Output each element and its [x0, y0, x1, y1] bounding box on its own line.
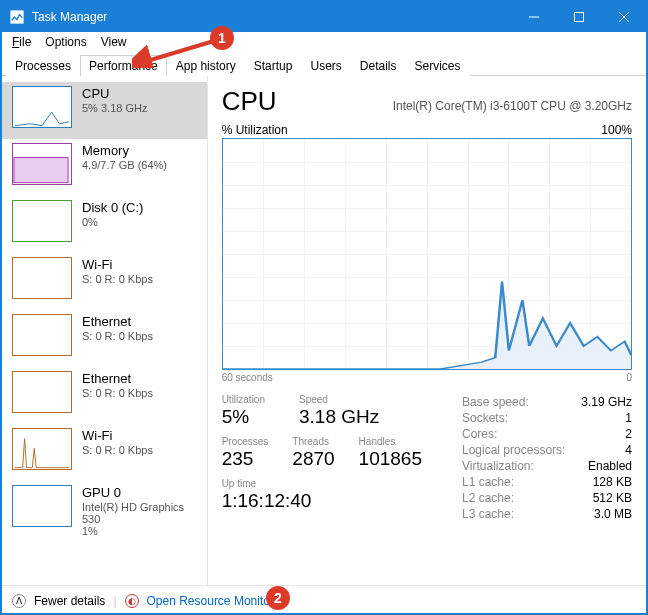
- open-resource-monitor-link[interactable]: Open Resource Monitor: [147, 594, 274, 608]
- menu-file[interactable]: File: [6, 33, 37, 51]
- sidebar-item-ethernet[interactable]: EthernetS: 0 R: 0 Kbps: [2, 310, 207, 367]
- menubar: File Options View: [2, 32, 646, 52]
- cpu-model: Intel(R) Core(TM) i3-6100T CPU @ 3.20GHz: [393, 99, 632, 113]
- cpu-graph[interactable]: [222, 138, 632, 370]
- graph-ylabel: % Utilization: [222, 123, 288, 137]
- annotation-arrow: [132, 38, 222, 68]
- sidebar-item-cpu[interactable]: CPU5% 3.18 GHz: [2, 82, 207, 139]
- sidebar-item-gpu-0[interactable]: GPU 0Intel(R) HD Graphics 5301%: [2, 481, 207, 538]
- tab-users[interactable]: Users: [301, 55, 350, 76]
- sidebar-item-ethernet[interactable]: EthernetS: 0 R: 0 Kbps: [2, 367, 207, 424]
- sidebar-item-memory[interactable]: Memory4.9/7.7 GB (64%): [2, 139, 207, 196]
- content: CPU5% 3.18 GHzMemory4.9/7.7 GB (64%)Disk…: [2, 76, 646, 585]
- menu-options[interactable]: Options: [39, 33, 92, 51]
- graph-xlabel-left: 60 seconds: [222, 372, 273, 383]
- sidebar-item-wi-fi[interactable]: Wi-FiS: 0 R: 0 Kbps: [2, 424, 207, 481]
- svg-line-7: [144, 40, 217, 62]
- annotation-2: 2: [266, 586, 290, 610]
- main-panel: CPU Intel(R) Core(TM) i3-6100T CPU @ 3.2…: [208, 76, 646, 585]
- chevron-up-icon[interactable]: ᐱ: [12, 594, 26, 608]
- tab-details[interactable]: Details: [351, 55, 406, 76]
- close-button[interactable]: [601, 2, 646, 32]
- tab-services[interactable]: Services: [406, 55, 470, 76]
- cpu-details: Base speed:3.19 GHzSockets:1Cores:2Logic…: [462, 394, 632, 522]
- footer: ᐱ Fewer details | ◐ Open Resource Monito…: [2, 585, 646, 615]
- svg-rect-2: [574, 13, 583, 22]
- resource-monitor-icon: ◐: [125, 594, 139, 608]
- fewer-details-link[interactable]: Fewer details: [34, 594, 105, 608]
- window-title: Task Manager: [32, 10, 511, 24]
- app-icon: [10, 10, 24, 24]
- maximize-button[interactable]: [556, 2, 601, 32]
- tabbar: Processes Performance App history Startu…: [2, 54, 646, 76]
- titlebar: Task Manager: [2, 2, 646, 32]
- graph-ymax: 100%: [601, 123, 632, 137]
- tab-processes[interactable]: Processes: [6, 55, 80, 76]
- stats-block: Utilization5% Speed3.18 GHz Processes235…: [222, 394, 632, 522]
- graph-xlabel-right: 0: [626, 372, 632, 383]
- svg-rect-5: [14, 158, 68, 183]
- sidebar: CPU5% 3.18 GHzMemory4.9/7.7 GB (64%)Disk…: [2, 76, 208, 585]
- sidebar-item-disk-0-c-[interactable]: Disk 0 (C:)0%: [2, 196, 207, 253]
- minimize-button[interactable]: [511, 2, 556, 32]
- sidebar-item-wi-fi[interactable]: Wi-FiS: 0 R: 0 Kbps: [2, 253, 207, 310]
- menu-view[interactable]: View: [95, 33, 133, 51]
- tab-startup[interactable]: Startup: [245, 55, 302, 76]
- main-title: CPU: [222, 86, 277, 117]
- annotation-1: 1: [210, 26, 234, 50]
